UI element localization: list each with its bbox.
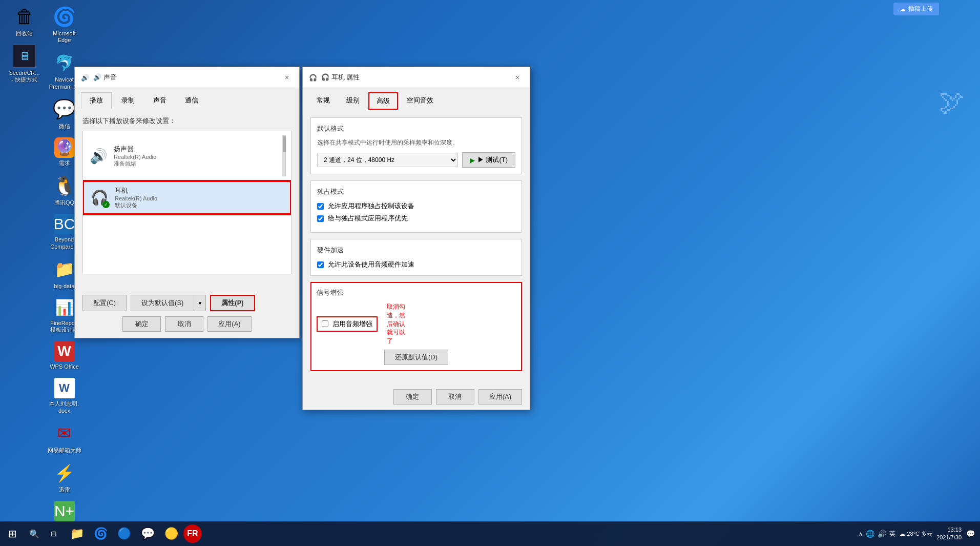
sound-dialog-content: 选择以下播放设备来修改设置： 🔊 扬声器 Realtek(R) Audio 准备… xyxy=(75,109,299,290)
test-button[interactable]: ▶ ▶ 测试(T) xyxy=(462,152,515,168)
xunlei-icon: ⚡ xyxy=(53,461,76,484)
props-dialog-titlebar: 🎧 🎧 耳机 属性 × xyxy=(303,67,530,88)
tab-sounds[interactable]: 声音 xyxy=(144,92,175,109)
weather-text: 28°C 多云 xyxy=(907,530,932,538)
sound-ok-button[interactable]: 确定 xyxy=(122,316,161,332)
desktop-icon-docx[interactable]: W 本人刘志明.docx xyxy=(45,378,84,414)
desktop: ☁ 插稿上传 🕊 🗑 回收站 🖥 SecureCR...- 快捷方式 🌀 Mic… xyxy=(0,0,980,546)
set-default-button[interactable]: 设为默认值(S) xyxy=(131,295,194,311)
netease-label: 网易邮箱大师 xyxy=(48,447,81,454)
props-tab-general[interactable]: 常规 xyxy=(309,92,338,110)
hardware-accel-title: 硬件加速 xyxy=(317,246,515,255)
speaker-sub1: Realtek(R) Audio xyxy=(114,154,156,160)
desktop-icon-securecrt[interactable]: 🖥 SecureCR...- 快捷方式 xyxy=(5,45,44,83)
tray-volume[interactable]: 🔊 xyxy=(878,530,886,538)
sound-ok-footer: 确定 取消 应用(A) xyxy=(75,316,299,338)
wechat-label: 微信 xyxy=(59,123,70,130)
exclusive-check1-row: 允许应用程序独占控制该设备 xyxy=(317,201,515,211)
sound-dialog-tabs: 播放 录制 声音 通信 xyxy=(75,88,299,109)
sound-instruction: 选择以下播放设备来修改设置： xyxy=(82,116,291,126)
device-item-headphone[interactable]: 🎧 ✓ 耳机 Realtek(R) Audio 默认设备 xyxy=(83,181,291,214)
headphone-info: 耳机 Realtek(R) Audio 默认设备 xyxy=(115,186,157,209)
taskbar-xunqiu[interactable]: 🟡 xyxy=(160,522,182,545)
headphone-icon: 🎧 ✓ xyxy=(89,188,110,208)
configure-button[interactable]: 配置(C) xyxy=(82,295,127,311)
taskbar-clock[interactable]: 13:13 2021/7/30 xyxy=(936,526,962,542)
finereport-icon: 📊 xyxy=(54,297,75,318)
list-scrollbar[interactable] xyxy=(282,135,286,176)
clock-time: 13:13 xyxy=(936,526,962,534)
tab-recording[interactable]: 录制 xyxy=(113,92,143,109)
notification-button[interactable]: 💬 xyxy=(966,529,975,538)
props-dialog-footer: 确定 取消 应用(A) xyxy=(303,384,530,410)
sound-dialog-titlebar: 🔊 🔊 声音 × xyxy=(75,67,299,88)
netease-icon: ✉ xyxy=(53,422,76,445)
props-apply-button[interactable]: 应用(A) xyxy=(478,389,522,405)
ms-edge-icon: 🌀 xyxy=(53,5,76,28)
bigdata-icon: 📁 xyxy=(53,258,76,281)
props-ok-button[interactable]: 确定 xyxy=(393,389,432,405)
tab-communications[interactable]: 通信 xyxy=(176,92,207,109)
taskbar-wechat[interactable]: 💬 xyxy=(136,522,159,545)
tray-language[interactable]: 英 xyxy=(889,530,895,538)
tray-expand[interactable]: ∧ xyxy=(859,531,863,537)
format-select[interactable]: 2 通道，24 位，48000 Hz xyxy=(317,153,458,167)
exclusive-mode-section: 独占模式 允许应用程序独占控制该设备 给与独占模式应用程序优先 xyxy=(310,180,522,233)
notepad-icon: N+ xyxy=(54,501,75,521)
desktop-icon-wps[interactable]: W WPS Office xyxy=(45,341,84,370)
tray-network[interactable]: 🌐 xyxy=(866,530,874,538)
start-button[interactable]: ⊞ xyxy=(0,521,25,546)
headphone-name: 耳机 xyxy=(115,186,157,195)
signal-boost-check[interactable] xyxy=(322,320,328,327)
sound-cancel-button[interactable]: 取消 xyxy=(165,316,203,332)
sound-apply-button[interactable]: 应用(A) xyxy=(207,316,251,332)
recycle-bin-icon: 🗑 xyxy=(13,5,36,28)
props-tab-advanced[interactable]: 高级 xyxy=(368,92,398,110)
bigdata-label: big-data xyxy=(54,283,75,290)
device-item-speaker[interactable]: 🔊 扬声器 Realtek(R) Audio 准备就绪 xyxy=(83,131,291,181)
bird-decoration: 🕊 xyxy=(939,87,965,117)
hw-accel-check1[interactable] xyxy=(317,261,324,268)
props-tab-spatial[interactable]: 空间音效 xyxy=(399,92,441,110)
taskbar-explorer[interactable]: 📁 xyxy=(66,522,88,545)
test-label: ▶ 测试(T) xyxy=(477,155,508,165)
upload-button[interactable]: ☁ 插稿上传 xyxy=(893,3,939,15)
props-dialog-tabs: 常规 级别 高级 空间音效 xyxy=(303,88,530,110)
qq-label: 腾讯QQ xyxy=(54,199,74,206)
exclusive-check1[interactable] xyxy=(317,203,324,210)
desktop-icon-recycle[interactable]: 🗑 回收站 xyxy=(5,5,44,37)
properties-button[interactable]: 属性(P) xyxy=(210,295,255,311)
qq-icon: 🐧 xyxy=(53,174,76,197)
restore-row: 还原默认值(D) xyxy=(317,350,516,365)
taskbar-chrome[interactable]: 🔵 xyxy=(113,522,135,545)
exclusive-check2[interactable] xyxy=(317,215,324,222)
ms-edge-label: MicrosoftEdge xyxy=(53,30,76,44)
props-cancel-button[interactable]: 取消 xyxy=(436,389,474,405)
xunqiu-icon: 🔮 xyxy=(54,137,75,158)
task-view-button[interactable]: ⊟ xyxy=(44,524,64,543)
navicat-icon: 🐬 xyxy=(53,51,76,74)
speaker-sub2: 准备就绪 xyxy=(114,160,156,168)
exclusive-mode-title: 独占模式 xyxy=(317,187,515,196)
sound-dialog-footer: 配置(C) 设为默认值(S) ▼ 属性(P) xyxy=(75,290,299,316)
xunlei-label: 迅雷 xyxy=(59,487,70,493)
desktop-icon-netease[interactable]: ✉ 网易邮箱大师 xyxy=(45,422,84,454)
search-button[interactable]: 🔍 xyxy=(25,524,44,543)
device-list[interactable]: 🔊 扬声器 Realtek(R) Audio 准备就绪 xyxy=(82,131,291,274)
docx-label: 本人刘志明.docx xyxy=(49,400,79,414)
props-tab-level[interactable]: 级别 xyxy=(339,92,367,110)
taskbar-edge[interactable]: 🌀 xyxy=(89,522,112,545)
taskbar-finereport[interactable]: FR xyxy=(183,524,202,543)
set-default-dropdown[interactable]: ▼ xyxy=(194,295,206,311)
taskbar-right: ∧ 🌐 🔊 英 ☁ 28°C 多云 13:13 2021/7/30 💬 xyxy=(859,526,980,542)
props-dialog-close[interactable]: × xyxy=(511,71,524,84)
upload-label: 插稿上传 xyxy=(908,5,933,13)
restore-default-button[interactable]: 还原默认值(D) xyxy=(384,350,448,365)
sound-footer-left: 配置(C) 设为默认值(S) ▼ 属性(P) xyxy=(82,295,255,311)
tab-playback[interactable]: 播放 xyxy=(81,92,112,109)
desktop-icon-xunlei[interactable]: ⚡ 迅雷 xyxy=(45,461,84,493)
desktop-icon-edge[interactable]: 🌀 MicrosoftEdge xyxy=(45,5,84,44)
props-title-icon: 🎧 xyxy=(309,74,317,82)
speaker-name: 扬声器 xyxy=(114,145,156,154)
sound-dialog-close[interactable]: × xyxy=(281,71,293,84)
